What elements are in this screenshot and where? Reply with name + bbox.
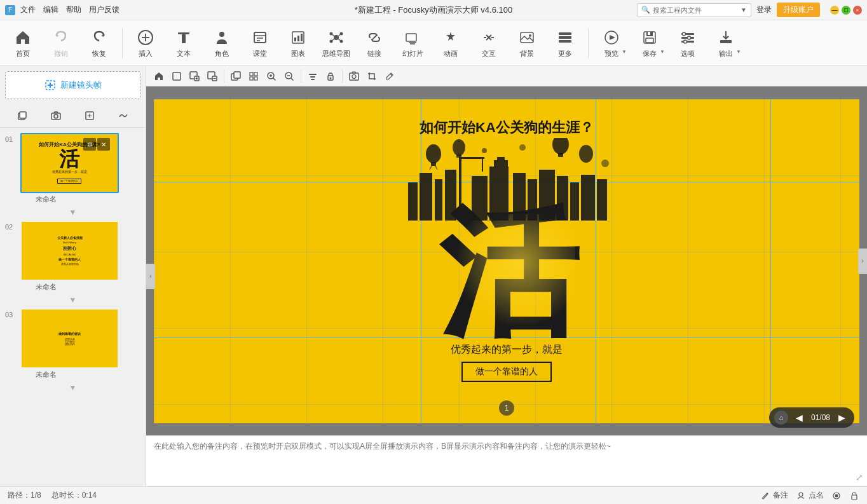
toolbar-home[interactable]: 首页 <box>5 23 41 64</box>
slide-delete-btn[interactable]: ✕ <box>97 138 110 151</box>
toolbar-text[interactable]: 文本 <box>166 23 201 64</box>
svg-rect-83 <box>497 157 505 162</box>
menu-edit[interactable]: 编辑 <box>43 4 58 15</box>
svg-rect-65 <box>431 162 436 166</box>
slide-title-text: 如何开始KA公关狗的生涯？ <box>420 119 594 135</box>
canvas-tool-frame-add[interactable] <box>187 69 202 84</box>
slide-item-2[interactable]: 02 公关新人必备技能 Don't Worry 别担心 BECAUSE 做一个靠… <box>0 218 146 294</box>
svg-point-68 <box>453 139 465 156</box>
svg-rect-38 <box>20 112 26 118</box>
pointname-button[interactable]: 点名 <box>796 490 824 501</box>
toolbar-preview[interactable]: 预览 ▼ <box>594 23 629 64</box>
slide-badge[interactable]: 做一个靠谱的人 <box>461 362 552 382</box>
svg-rect-84 <box>513 173 526 221</box>
toolbar-slides[interactable]: 幻灯片 <box>395 23 430 64</box>
svg-rect-59 <box>311 79 315 80</box>
svg-rect-62 <box>350 73 358 80</box>
canvas-tool-zoom-in[interactable] <box>264 69 279 84</box>
canvas-tool-frame-sub[interactable] <box>205 69 220 84</box>
svg-point-97 <box>835 494 838 497</box>
text-label: 文本 <box>177 49 191 58</box>
minimize-button[interactable]: — <box>830 6 839 15</box>
toolbar-more[interactable]: 更多 <box>547 23 583 64</box>
canvas-nav-prev[interactable]: ◀ <box>792 410 807 425</box>
canvas-tool-crop[interactable] <box>364 69 379 84</box>
new-frame-button[interactable]: 新建镜头帧 <box>5 71 140 99</box>
toolbar-undo[interactable]: 撤销 <box>43 23 79 64</box>
slide-thumb-3[interactable]: 做到靠谱的秘诀 态度认真 工作细心 团队协作 <box>20 308 119 369</box>
canvas-tool-align[interactable] <box>305 69 320 84</box>
canvas-viewport[interactable]: 如何开始KA公关狗的生涯？ <box>146 86 867 435</box>
svg-rect-75 <box>435 179 442 221</box>
toolbar-chart[interactable]: 图表 <box>280 23 316 64</box>
toolbar-redo[interactable]: 恢复 <box>81 23 117 64</box>
slide-item-3[interactable]: 03 做到靠谱的秘诀 态度认真 工作细心 团队协作 未命名 <box>0 306 146 382</box>
canvas-tool-screenshot[interactable] <box>346 69 362 84</box>
canvas-tool-grid[interactable] <box>246 69 261 84</box>
lock-button[interactable] <box>849 491 859 501</box>
toolbar-save[interactable]: 保存 ▼ <box>632 23 667 64</box>
new-frame-icon <box>44 79 57 92</box>
slide-name-3: 未命名 <box>36 370 119 379</box>
canvas-tool-home[interactable] <box>151 69 167 84</box>
search-dropdown-icon[interactable]: ▼ <box>741 6 747 13</box>
notes-expand-btn[interactable]: ⤢ <box>856 472 863 482</box>
slide-item-1[interactable]: 01 如何开始KA公关狗的生涯? 活 优秀起来的第一步，就是 做一个靠谱的人 <box>0 130 146 207</box>
close-button[interactable]: × <box>853 6 862 15</box>
title-bar: F 文件 编辑 帮助 用户反馈 *新建工程 - Focusky动画演示大师 v4… <box>0 0 867 20</box>
slide-settings-btn[interactable]: ⚙ <box>83 138 96 151</box>
class-label: 课堂 <box>253 49 267 58</box>
toolbar-mindmap[interactable]: 思维导图 <box>318 23 354 64</box>
canvas-tool-zoom-out[interactable] <box>282 69 297 84</box>
toolbar-animation[interactable]: 动画 <box>433 23 468 64</box>
notes-textarea[interactable] <box>154 441 859 481</box>
menu-help[interactable]: 帮助 <box>66 4 81 15</box>
slide-wrapper-1: 如何开始KA公关狗的生涯? 活 优秀起来的第一步，就是 做一个靠谱的人 ⚙ ✕ … <box>20 133 119 204</box>
menu-file[interactable]: 文件 <box>20 4 36 15</box>
toolbar-background[interactable]: 背景 <box>509 23 545 64</box>
canvas-slide[interactable]: 如何开始KA公关狗的生涯？ <box>154 99 859 423</box>
svg-rect-8 <box>301 34 303 41</box>
svg-rect-76 <box>445 170 456 221</box>
canvas-nav-next[interactable]: ▶ <box>834 410 849 425</box>
right-panel-collapse[interactable]: › <box>858 249 867 274</box>
status-path: 路径：1/8 <box>8 490 41 501</box>
panel-wave-btn[interactable] <box>114 107 132 125</box>
slide-thumb-2[interactable]: 公关新人必备技能 Don't Worry 别担心 BECAUSE 做一个靠谱的人… <box>20 221 119 281</box>
canvas-tool-edit[interactable] <box>382 69 397 84</box>
canvas-tool-duplicate[interactable] <box>228 69 243 84</box>
search-input[interactable] <box>653 6 741 14</box>
toolbar-export[interactable]: 输出 ▼ <box>708 23 744 64</box>
toolbar-role[interactable]: 角色 <box>204 23 240 64</box>
panel-copy-btn[interactable] <box>13 107 31 125</box>
left-panel-collapse[interactable]: ‹ <box>146 264 155 289</box>
annotate-button[interactable]: 备注 <box>760 490 788 501</box>
panel-camera-btn[interactable] <box>47 107 65 125</box>
maximize-button[interactable]: □ <box>842 6 850 15</box>
insert-label: 插入 <box>139 49 153 58</box>
toolbar-interact[interactable]: 交互 <box>471 23 507 64</box>
canvas-tool-lock[interactable] <box>323 69 338 84</box>
search-bar[interactable]: 🔍 ▼ <box>637 3 751 17</box>
canvas-tool-divider-3 <box>342 70 343 83</box>
svg-rect-7 <box>297 36 299 41</box>
toolbar-insert[interactable]: 插入 <box>128 23 163 64</box>
app-icon: F <box>5 5 15 15</box>
canvas-tool-frame[interactable] <box>169 69 184 84</box>
login-button[interactable]: 登录 <box>756 4 772 15</box>
preview-icon <box>601 27 622 48</box>
home-icon <box>13 27 33 48</box>
upgrade-button[interactable]: 升级账户 <box>777 3 820 17</box>
menu-feedback[interactable]: 用户反馈 <box>89 4 119 15</box>
svg-rect-35 <box>720 40 732 43</box>
record-button[interactable] <box>831 491 842 501</box>
svg-point-34 <box>684 40 687 43</box>
svg-rect-89 <box>581 175 595 221</box>
toolbar-link[interactable]: 链接 <box>357 23 392 64</box>
pointname-label: 点名 <box>809 490 824 501</box>
canvas-nav-home-btn[interactable]: ⌂ <box>774 411 788 425</box>
panel-zoom-btn[interactable] <box>81 107 99 125</box>
toolbar-class[interactable]: 课堂 <box>242 23 278 64</box>
toolbar-options[interactable]: 选项 <box>670 23 706 64</box>
slide-thumb-1[interactable]: 如何开始KA公关狗的生涯? 活 优秀起来的第一步，就是 做一个靠谱的人 ⚙ ✕ <box>20 133 119 193</box>
